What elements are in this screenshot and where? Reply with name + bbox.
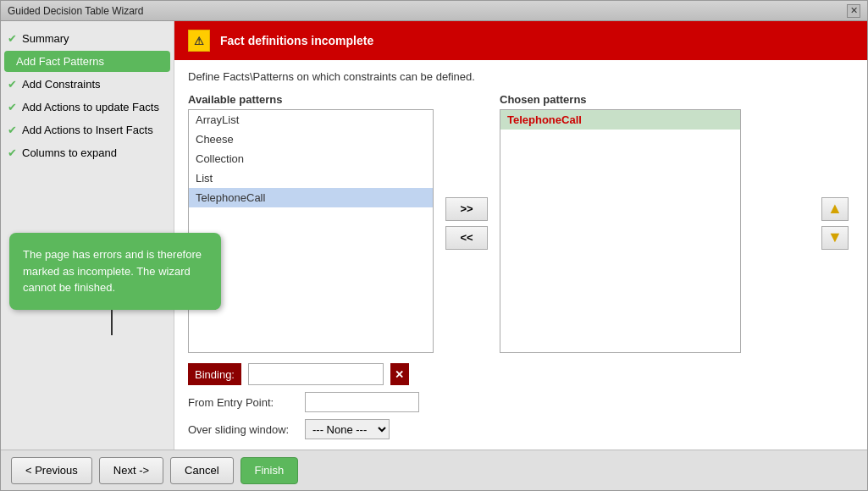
error-banner: ⚠ Fact definitions incomplete xyxy=(174,21,867,60)
sliding-window-row: Over sliding window: --- None --- xyxy=(188,419,854,439)
check-icon-constraints: ✔ xyxy=(8,78,17,91)
available-patterns-panel: Available patterns ArrayList Cheese Coll… xyxy=(188,93,434,353)
sidebar: ✔ Summary Add Fact Patterns ✔ Add Constr… xyxy=(1,21,174,450)
list-item[interactable]: Cheese xyxy=(189,130,433,149)
wizard-window: Guided Decision Table Wizard ✕ ✔ Summary… xyxy=(0,0,868,491)
chosen-item-telephonecall[interactable]: TelephoneCall xyxy=(500,110,740,130)
move-down-button[interactable]: ▼ xyxy=(821,226,849,250)
previous-button[interactable]: < Previous xyxy=(11,457,92,484)
sidebar-label-summary: Summary xyxy=(22,32,69,45)
move-up-button[interactable]: ▲ xyxy=(821,197,849,221)
sidebar-label-actions-insert: Add Actions to Insert Facts xyxy=(22,124,153,136)
up-arrow-icon: ▲ xyxy=(827,200,843,218)
check-icon-actions-insert: ✔ xyxy=(8,124,17,136)
define-text: Define Facts\Patterns on which constrain… xyxy=(188,70,854,83)
list-item[interactable]: ArrayList xyxy=(189,110,433,130)
from-entry-label: From Entry Point: xyxy=(188,396,298,409)
chosen-patterns-list: TelephoneCall xyxy=(500,109,741,353)
binding-label: Binding: xyxy=(188,363,241,385)
down-arrow-icon: ▼ xyxy=(827,229,843,246)
panel-body: Define Facts\Patterns on which constrain… xyxy=(174,60,867,450)
title-bar: Guided Decision Table Wizard ✕ xyxy=(1,1,867,21)
close-button[interactable]: ✕ xyxy=(847,4,860,18)
error-title: Fact definitions incomplete xyxy=(220,34,373,47)
sidebar-label-constraints: Add Constraints xyxy=(22,78,101,91)
sidebar-label-add-fact: Add Fact Patterns xyxy=(16,55,104,68)
chosen-patterns-label: Chosen patterns xyxy=(500,93,741,106)
main-content: ✔ Summary Add Fact Patterns ✔ Add Constr… xyxy=(1,21,867,450)
window-title: Guided Decision Table Wizard xyxy=(8,5,144,17)
sidebar-item-columns-expand[interactable]: ✔ Columns to expand xyxy=(1,142,174,163)
footer: < Previous Next -> Cancel Finish xyxy=(1,450,867,490)
sidebar-item-add-actions-update[interactable]: ✔ Add Actions to update Facts xyxy=(1,97,174,118)
sidebar-label-actions-update: Add Actions to update Facts xyxy=(22,101,159,113)
sidebar-item-add-constraints[interactable]: ✔ Add Constraints xyxy=(1,74,174,95)
check-icon-columns: ✔ xyxy=(8,146,17,159)
updown-buttons: ▲ ▼ xyxy=(816,93,854,353)
sidebar-label-columns: Columns to expand xyxy=(22,146,117,159)
from-entry-input[interactable] xyxy=(305,392,419,412)
available-patterns-list: ArrayList Cheese Collection List Telepho… xyxy=(188,109,434,353)
available-patterns-label: Available patterns xyxy=(188,93,434,106)
list-item[interactable]: List xyxy=(189,168,433,188)
list-item[interactable]: Collection xyxy=(189,149,433,168)
chosen-patterns-panel: Chosen patterns TelephoneCall xyxy=(500,93,741,353)
check-icon-actions-update: ✔ xyxy=(8,101,17,113)
sidebar-item-add-fact-patterns[interactable]: Add Fact Patterns xyxy=(4,51,170,72)
warning-icon: ⚠ xyxy=(188,30,210,52)
finish-button[interactable]: Finish xyxy=(240,457,299,484)
sidebar-item-add-actions-insert[interactable]: ✔ Add Actions to Insert Facts xyxy=(1,119,174,141)
next-button[interactable]: Next -> xyxy=(99,457,163,484)
move-left-button[interactable]: << xyxy=(445,226,488,250)
sidebar-item-summary[interactable]: ✔ Summary xyxy=(1,28,174,49)
binding-input[interactable] xyxy=(248,363,384,385)
sliding-window-select[interactable]: --- None --- xyxy=(305,419,390,439)
sliding-window-label: Over sliding window: xyxy=(188,423,298,436)
move-right-button[interactable]: >> xyxy=(445,197,488,221)
patterns-row: Available patterns ArrayList Cheese Coll… xyxy=(188,93,854,353)
tooltip-box: The page has errors and is therefore mar… xyxy=(9,233,221,310)
from-entry-row: From Entry Point: xyxy=(188,392,854,412)
check-icon-summary: ✔ xyxy=(8,32,17,45)
binding-clear-button[interactable]: ✕ xyxy=(390,363,409,385)
cancel-button[interactable]: Cancel xyxy=(170,457,233,484)
tooltip-text: The page has errors and is therefore mar… xyxy=(23,248,202,294)
binding-row: Binding: ✕ xyxy=(188,363,854,385)
arrow-buttons: >> << xyxy=(440,93,493,353)
right-panel: ⚠ Fact definitions incomplete Define Fac… xyxy=(174,21,867,450)
list-item-telephonecall[interactable]: TelephoneCall xyxy=(189,188,433,207)
